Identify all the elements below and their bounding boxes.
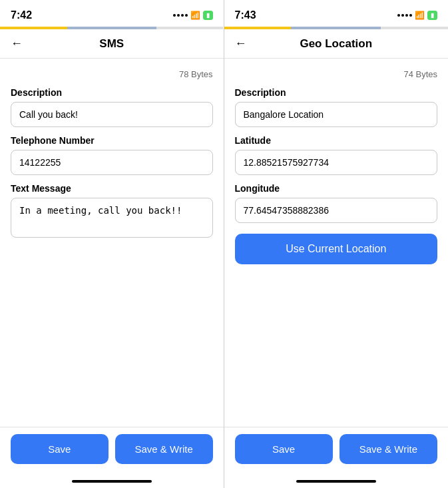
- battery-icon-geo: ▮: [427, 11, 437, 20]
- longitude-label-geo: Longitude: [235, 183, 438, 194]
- home-indicator-sms: [0, 477, 224, 488]
- save-button-sms[interactable]: Save: [11, 434, 109, 464]
- longitude-input-geo[interactable]: [235, 198, 438, 223]
- dot4g: [409, 14, 412, 17]
- dot1: [173, 14, 176, 17]
- signal-dots-sms: [173, 14, 188, 17]
- time-sms: 7:42: [11, 9, 32, 21]
- back-button-sms[interactable]: ←: [11, 34, 28, 53]
- signal-dots-geo: [397, 14, 412, 17]
- telephone-input-sms[interactable]: [11, 150, 213, 175]
- description-label-sms: Description: [11, 87, 213, 98]
- dot1g: [397, 14, 400, 17]
- latitude-input-geo[interactable]: [235, 150, 438, 175]
- dot2g: [401, 14, 404, 17]
- save-write-button-geo[interactable]: Save & Write: [339, 434, 437, 464]
- bytes-label-sms: 78 Bytes: [11, 69, 213, 79]
- home-bar-geo: [296, 480, 376, 483]
- wifi-icon-geo: 📶: [415, 11, 425, 20]
- status-bar-sms: 7:42 📶 ▮: [0, 0, 224, 27]
- content-geo: 74 Bytes Description Latitude Longitude …: [224, 59, 449, 427]
- back-button-geo[interactable]: ←: [235, 34, 252, 53]
- nav-title-sms: SMS: [99, 37, 124, 51]
- nav-bar-geo: ← Geo Location: [224, 29, 449, 59]
- save-button-geo[interactable]: Save: [235, 434, 333, 464]
- home-bar-sms: [72, 480, 152, 483]
- nav-bar-sms: ← SMS: [0, 29, 224, 59]
- bytes-label-geo: 74 Bytes: [235, 69, 438, 79]
- bottom-bar-sms: Save Save & Write: [0, 427, 224, 477]
- content-sms: 78 Bytes Description Telephone Number Te…: [0, 59, 224, 427]
- description-input-sms[interactable]: [11, 102, 213, 127]
- save-write-button-sms[interactable]: Save & Write: [115, 434, 213, 464]
- dot3: [181, 14, 184, 17]
- status-icons-geo: 📶 ▮: [397, 11, 437, 20]
- geo-screen: 7:43 📶 ▮ ← Geo Location: [224, 0, 449, 488]
- description-input-geo[interactable]: [235, 102, 438, 127]
- latitude-label-geo: Latitude: [235, 135, 438, 146]
- home-indicator-geo: [224, 477, 449, 488]
- status-bar-geo: 7:43 📶 ▮: [224, 0, 449, 27]
- sms-screen: 7:42 📶 ▮ ← SMS 78 By: [0, 0, 224, 488]
- message-label-sms: Text Message: [11, 183, 213, 194]
- battery-icon-sms: ▮: [203, 11, 213, 20]
- dot4: [185, 14, 188, 17]
- time-geo: 7:43: [235, 9, 256, 21]
- wifi-icon-sms: 📶: [190, 11, 200, 20]
- telephone-label-sms: Telephone Number: [11, 135, 213, 146]
- nav-title-geo: Geo Location: [300, 37, 372, 51]
- use-location-button[interactable]: Use Current Location: [235, 234, 438, 264]
- bottom-bar-geo: Save Save & Write: [224, 427, 449, 477]
- message-input-sms[interactable]: In a meeting, call you back!!: [11, 198, 213, 238]
- status-icons-sms: 📶 ▮: [173, 11, 213, 20]
- dot2: [177, 14, 180, 17]
- dot3g: [405, 14, 408, 17]
- description-label-geo: Description: [235, 87, 438, 98]
